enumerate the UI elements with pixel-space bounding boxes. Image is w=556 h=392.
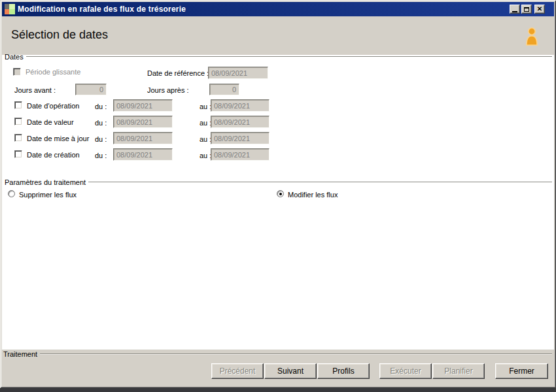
- du-label: du :: [95, 119, 107, 127]
- dates-group-line: [26, 56, 552, 57]
- jours-apres-label: Jours après :: [147, 86, 189, 94]
- minimize-button[interactable]: [510, 5, 520, 14]
- precedent-button[interactable]: Précédent: [211, 363, 264, 379]
- app-grid-icon[interactable]: [5, 4, 15, 14]
- parametres-group-header: Paramètres du traitement: [5, 178, 552, 186]
- traitement-group-line: [40, 353, 552, 355]
- date-mise-a-jour-checkbox[interactable]: [14, 134, 22, 142]
- profils-button[interactable]: Profils: [317, 363, 370, 379]
- parametres-group-line: [88, 182, 552, 183]
- date-valeur-au-field[interactable]: [211, 116, 269, 128]
- date-valeur-label[interactable]: Date de valeur: [27, 118, 74, 126]
- date-reference-field[interactable]: [208, 67, 268, 79]
- date-mise-a-jour-au-field[interactable]: [211, 132, 269, 144]
- date-creation-au-field[interactable]: [211, 148, 269, 161]
- suivant-button[interactable]: Suivant: [264, 363, 317, 379]
- jours-avant-field[interactable]: [75, 84, 107, 95]
- minimize-icon: [512, 11, 517, 12]
- titlebar[interactable]: Modification en rafale des flux de tréso…: [2, 2, 554, 16]
- content-panel: Dates Période glissante Date de référenc…: [2, 55, 554, 350]
- date-reference-label: Date de référence :: [147, 69, 205, 77]
- du-label: du :: [95, 103, 107, 110]
- maximize-button[interactable]: [521, 5, 532, 14]
- date-operation-label[interactable]: Date d'opération: [27, 102, 79, 110]
- date-valeur-du-field[interactable]: [113, 116, 173, 128]
- date-mise-a-jour-label[interactable]: Date de mise à jour: [27, 135, 89, 142]
- supprimer-les-flux-radio[interactable]: [8, 190, 15, 197]
- dialog-window: Modification en rafale des flux de tréso…: [0, 0, 556, 388]
- maximize-icon: [524, 7, 529, 12]
- date-creation-checkbox[interactable]: [14, 150, 22, 158]
- supprimer-les-flux-label[interactable]: Supprimer les flux: [19, 191, 77, 199]
- date-creation-du-field[interactable]: [113, 148, 173, 161]
- footer-panel: Traitement Précédent Suivant Profils Exé…: [2, 350, 554, 386]
- jours-apres-field[interactable]: [209, 84, 239, 95]
- window-controls: ✕: [510, 5, 545, 14]
- date-operation-checkbox[interactable]: [14, 101, 22, 109]
- date-operation-au-field[interactable]: [211, 99, 269, 112]
- parametres-group-legend: Paramètres du traitement: [5, 178, 86, 186]
- au-label: au :: [200, 135, 211, 143]
- modifier-les-flux-label[interactable]: Modifier les flux: [288, 191, 338, 199]
- dates-group-legend: Dates: [5, 53, 24, 61]
- au-label: au :: [200, 103, 211, 110]
- au-label: au :: [200, 152, 211, 159]
- executer-button[interactable]: Exécuter: [379, 363, 432, 379]
- du-label: du :: [95, 152, 107, 159]
- bottom-shadow-strip: [0, 388, 556, 392]
- user-person-icon[interactable]: [524, 27, 540, 46]
- screen: Modification en rafale des flux de tréso…: [0, 0, 556, 392]
- window-title: Modification en rafale des flux de tréso…: [18, 5, 510, 14]
- periode-glissante-label[interactable]: Période glissante: [26, 68, 80, 76]
- date-creation-label[interactable]: Date de création: [27, 151, 80, 159]
- traitement-group-legend: Traitement: [3, 350, 37, 358]
- close-button[interactable]: ✕: [534, 5, 545, 14]
- modifier-les-flux-radio[interactable]: [277, 190, 284, 197]
- fermer-button[interactable]: Fermer: [495, 363, 548, 379]
- date-operation-du-field[interactable]: [113, 99, 173, 112]
- du-label: du :: [95, 135, 107, 143]
- au-label: au :: [200, 119, 211, 127]
- close-icon: ✕: [537, 6, 542, 12]
- date-mise-a-jour-du-field[interactable]: [113, 132, 173, 144]
- dates-group-header: Dates: [5, 53, 552, 61]
- date-valeur-checkbox[interactable]: [14, 118, 22, 125]
- header: Sélection de dates: [2, 16, 554, 55]
- periode-glissante-checkbox[interactable]: [13, 68, 21, 76]
- planifier-button[interactable]: Planifier: [432, 363, 485, 379]
- jours-avant-label: Jours avant :: [14, 86, 56, 94]
- traitement-group-header: Traitement: [3, 350, 552, 358]
- page-title: Sélection de dates: [11, 28, 108, 42]
